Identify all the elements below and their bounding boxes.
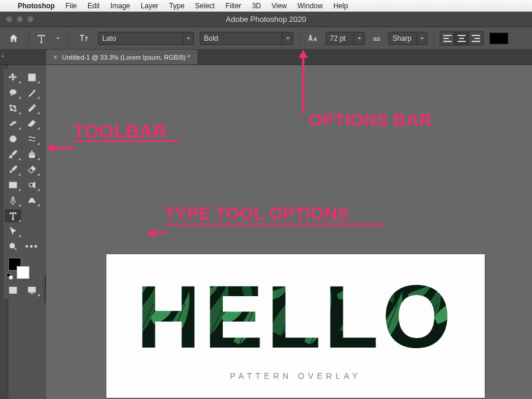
svg-point-7 (10, 244, 15, 248)
healing-brush-tool[interactable] (5, 117, 21, 130)
align-left-button[interactable] (440, 32, 455, 45)
align-center-button[interactable] (455, 32, 469, 45)
svg-point-9 (11, 288, 14, 291)
document-tab-label: Untitled-1 @ 33.3% (Lorem Ipsum, RGB/8) … (62, 54, 190, 61)
crop-tool[interactable] (5, 102, 21, 115)
gradient-tool[interactable] (24, 163, 40, 176)
canvas-workspace[interactable]: HELLO PATTERN OVERLAY (46, 65, 532, 399)
font-family-dropdown[interactable]: Lato (98, 32, 194, 45)
path-selection-tool[interactable] (5, 225, 21, 238)
svg-rect-0 (28, 74, 35, 81)
clone-stamp-tool[interactable] (24, 148, 40, 161)
antialias-icon: aa (371, 30, 382, 47)
text-orientation-toggle[interactable] (74, 30, 92, 47)
pen-tool[interactable] (5, 194, 21, 207)
window-close-button[interactable] (6, 16, 12, 22)
menu-file[interactable]: File (66, 2, 77, 10)
type-tool[interactable] (5, 209, 21, 222)
background-color-swatch[interactable] (17, 266, 30, 279)
text-color-swatch[interactable] (489, 33, 508, 44)
svg-point-6 (12, 200, 14, 202)
custom-shape-tool[interactable] (24, 194, 40, 207)
arrowhead-up-icon (299, 50, 308, 58)
menu-select[interactable]: Select (195, 2, 215, 10)
svg-point-1 (10, 90, 17, 95)
menu-filter[interactable]: Filter (225, 2, 241, 10)
font-style-dropdown[interactable]: Bold (200, 32, 293, 45)
text-align-group (440, 31, 484, 46)
separator (299, 30, 300, 47)
document-tab-strip: × Untitled-1 @ 33.3% (Lorem Ipsum, RGB/8… (0, 50, 532, 65)
close-tab-icon[interactable]: × (53, 53, 57, 61)
menu-window[interactable]: Window (297, 2, 323, 10)
font-size-dropdown[interactable]: 72 pt (326, 32, 365, 45)
separator (68, 30, 69, 47)
annotation-underline (164, 223, 384, 225)
svg-rect-10 (28, 287, 35, 293)
dodge-tool[interactable] (24, 179, 40, 192)
menu-edit[interactable]: Edit (87, 2, 100, 10)
window-minimize-button[interactable] (17, 16, 23, 22)
window-title: Adobe Photoshop 2020 (0, 15, 532, 24)
toolbar: ••• (4, 69, 40, 299)
magic-wand-tool[interactable] (24, 86, 40, 99)
menu-view[interactable]: View (271, 2, 287, 10)
screen-mode-button[interactable] (24, 284, 40, 297)
document-tab[interactable]: × Untitled-1 @ 33.3% (Lorem Ipsum, RGB/8… (46, 50, 197, 64)
antialias-value: Sharp (389, 34, 415, 43)
hello-text-layer[interactable]: HELLO (106, 277, 485, 368)
subtitle-text: PATTERN OVERLAY (106, 371, 485, 381)
window-title-bar: Adobe Photoshop 2020 (0, 12, 532, 27)
eraser-tool[interactable] (24, 117, 40, 130)
type-tool-icon[interactable] (35, 30, 48, 47)
svg-text:HELLO: HELLO (137, 277, 455, 365)
font-size-value: 72 pt (326, 34, 349, 43)
marquee-tool[interactable] (24, 71, 40, 84)
options-bar: Lato Bold 72 pt aa Sharp (0, 27, 532, 50)
zoom-tool[interactable] (5, 240, 21, 253)
menu-help[interactable]: Help (333, 2, 348, 10)
window-traffic-lights (0, 16, 34, 22)
frame-tool[interactable] (5, 132, 21, 145)
align-right-button[interactable] (469, 32, 483, 45)
antialias-dropdown[interactable]: Sharp (388, 32, 427, 45)
default-colors-icon[interactable] (7, 273, 12, 279)
artboard[interactable]: HELLO PATTERN OVERLAY (106, 254, 485, 398)
font-size-icon (306, 30, 320, 47)
home-button[interactable] (5, 30, 22, 47)
brush-tool[interactable] (5, 148, 21, 161)
separator (28, 30, 29, 47)
menu-type[interactable]: Type (169, 2, 184, 10)
menu-app-name[interactable]: Photoshop (18, 2, 55, 10)
font-style-value: Bold (200, 34, 222, 43)
content-aware-move-tool[interactable] (24, 132, 40, 145)
collapse-chevron-icon[interactable]: « (1, 53, 4, 59)
foreground-background-swatches[interactable] (5, 255, 40, 281)
arrowhead-left-icon (147, 228, 155, 238)
edit-toolbar-button[interactable]: ••• (24, 240, 40, 253)
eyedropper-tool[interactable] (24, 102, 40, 115)
history-brush-tool[interactable] (5, 163, 21, 176)
quick-mask-toggle[interactable] (5, 284, 21, 297)
lasso-tool[interactable] (5, 86, 21, 99)
mac-menu-bar: Photoshop File Edit Image Layer Type Sel… (0, 0, 532, 12)
menu-image[interactable]: Image (111, 2, 130, 10)
move-tool[interactable] (5, 71, 21, 84)
arrowhead-left-icon (46, 143, 54, 153)
window-zoom-button[interactable] (27, 16, 34, 22)
svg-rect-4 (9, 182, 17, 187)
svg-point-3 (10, 136, 17, 142)
menu-layer[interactable]: Layer (141, 2, 158, 10)
font-family-value: Lato (99, 34, 119, 43)
menu-3d[interactable]: 3D (252, 2, 261, 10)
annotation-underline (73, 140, 179, 142)
rectangle-tool[interactable] (5, 179, 21, 192)
separator (433, 30, 434, 47)
tool-preset-dropdown[interactable] (54, 36, 62, 41)
